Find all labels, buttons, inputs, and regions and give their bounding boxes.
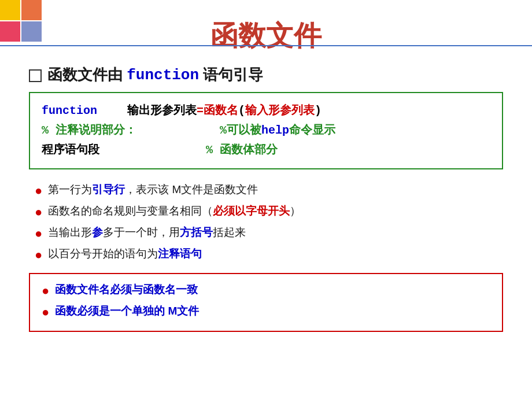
- code-comment-label: 注释说明部分：: [49, 124, 136, 137]
- code-help-kw: help: [261, 124, 289, 137]
- red-box-bullet-1: ●: [42, 281, 49, 300]
- code-output-params: 输出形参列表: [104, 104, 197, 117]
- code-stmt: 程序语句段: [42, 143, 99, 157]
- code-pct1: %: [42, 124, 49, 137]
- bullet-list: ● 第一行为引导行，表示该 M文件是函数文件 ● 函数名的命名规则与变量名相同（…: [35, 181, 503, 264]
- bullet-icon-2: ●: [35, 202, 42, 221]
- highlight-guide: 引导行: [92, 183, 125, 195]
- code-line-1: function 输出形参列表=函数名(输入形参列表): [42, 101, 490, 121]
- top-divider: [0, 45, 532, 46]
- red-box-text-2: 函数必须是一个单独的 M文件: [55, 302, 199, 320]
- red-box: ● 函数文件名必须与函数名一致 ● 函数必须是一个单独的 M文件: [29, 273, 503, 332]
- highlight-comment: 注释语句: [158, 247, 202, 260]
- heading-keyword: function: [127, 66, 199, 84]
- red-box-item-1: ● 函数文件名必须与函数名一致: [42, 281, 490, 300]
- bullet-3-text: 当输出形参多于一个时，用方括号括起来: [48, 224, 246, 241]
- checkbox-icon: [29, 69, 42, 82]
- red-box-bullet-2: ●: [42, 302, 49, 322]
- bullet-4-text: 以百分号开始的语句为注释语句: [48, 245, 202, 263]
- bullet-2-text: 函数名的命名规则与变量名相同（必须以字母开头）: [48, 202, 301, 220]
- bullet-icon-3: ●: [35, 224, 42, 243]
- code-input-params: 输入形参列表: [245, 104, 315, 117]
- bullet-1-text: 第一行为引导行，表示该 M文件是函数文件: [48, 181, 258, 198]
- red-box-text-1: 函数文件名必须与函数名一致: [55, 281, 198, 298]
- code-paren-open: (: [238, 104, 245, 117]
- code-equals: =: [197, 104, 204, 117]
- highlight-letter: 必须以字母开头: [213, 205, 290, 217]
- code-function-kw: function: [42, 104, 97, 117]
- code-box: function 输出形参列表=函数名(输入形参列表) % 注释说明部分： %可…: [29, 92, 503, 169]
- bullet-item-2: ● 函数名的命名规则与变量名相同（必须以字母开头）: [35, 202, 503, 221]
- bullet-icon-1: ●: [35, 181, 42, 200]
- deco-purple: [21, 21, 42, 42]
- section-heading: 函数文件由 function 语句引导: [29, 65, 509, 85]
- bullet-item-1: ● 第一行为引导行，表示该 M文件是函数文件: [35, 181, 503, 200]
- deco-orange: [21, 0, 42, 20]
- highlight-param: 参: [92, 226, 103, 238]
- slide-title: 函数文件: [23, 17, 509, 54]
- code-line-3: 程序语句段 % 函数体部分: [42, 141, 490, 160]
- code-body-pct: %: [206, 143, 213, 157]
- deco-pink: [0, 21, 20, 42]
- code-pct2: %: [220, 124, 227, 137]
- code-help-suffix: 命令显示: [289, 124, 335, 137]
- heading-text-before: 函数文件由: [47, 65, 123, 85]
- code-line-2: % 注释说明部分： %可以被help命令显示: [42, 121, 490, 141]
- red-box-item-2: ● 函数必须是一个单独的 M文件: [42, 302, 490, 322]
- highlight-bracket: 方括号: [180, 226, 213, 238]
- bullet-item-4: ● 以百分号开始的语句为注释语句: [35, 245, 503, 264]
- code-body-label: 函数体部分: [213, 143, 278, 157]
- bullet-item-3: ● 当输出形参多于一个时，用方括号括起来: [35, 224, 503, 243]
- decorative-squares: [0, 0, 46, 46]
- slide: 函数文件 函数文件由 function 语句引导 function 输出形参列表…: [0, 0, 532, 399]
- heading-text-after: 语句引导: [203, 65, 263, 85]
- bullet-icon-4: ●: [35, 245, 42, 264]
- deco-yellow: [0, 0, 20, 20]
- code-paren-close: ): [315, 104, 322, 117]
- code-fname: 函数名: [204, 104, 238, 117]
- code-help-prefix: 可以被: [227, 124, 261, 137]
